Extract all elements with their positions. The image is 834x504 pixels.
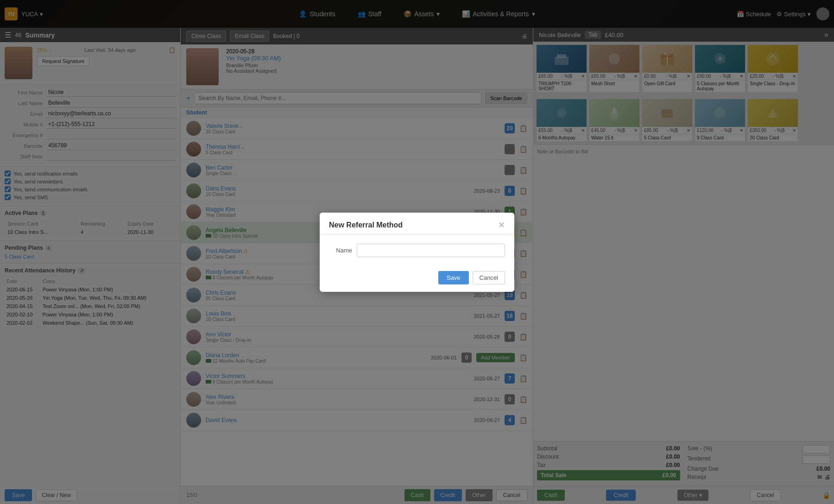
modal-body: Name xyxy=(320,234,514,266)
modal-close-button[interactable]: ✕ xyxy=(498,220,505,230)
modal-header: New Referral Method ✕ xyxy=(320,213,514,234)
modal-footer: Save Cancel xyxy=(320,266,514,292)
modal-save-button[interactable]: Save xyxy=(438,271,469,284)
modal-name-label: Name xyxy=(329,247,352,254)
modal-overlay: New Referral Method ✕ Name Save Cancel xyxy=(0,0,834,504)
modal-title: New Referral Method xyxy=(329,221,403,229)
modal-cancel-button[interactable]: Cancel xyxy=(473,271,505,284)
modal-box: New Referral Method ✕ Name Save Cancel xyxy=(320,213,514,292)
modal-name-row: Name xyxy=(329,244,505,257)
modal-name-input[interactable] xyxy=(357,244,505,257)
